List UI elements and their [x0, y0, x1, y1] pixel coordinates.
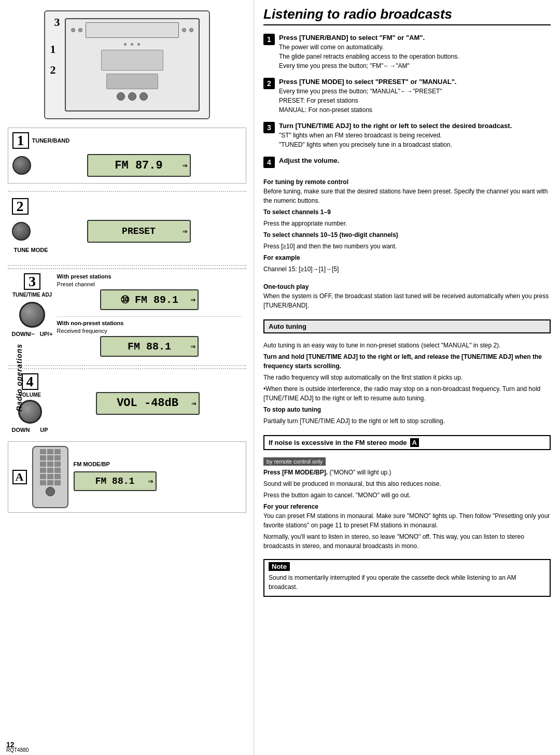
- channels-10-15-title: To select channels 10–15 (two-digit chan…: [263, 230, 551, 240]
- divider-2-3: [8, 265, 246, 266]
- step4-display: VOL -48dB ⇒: [96, 392, 200, 415]
- note-body: Sound is momentarily interrupted if you …: [269, 573, 545, 592]
- device-step-1: 1: [50, 43, 56, 56]
- tuning-remote-body: Before tuning, make sure that the desire…: [263, 187, 551, 205]
- instr-num-3: 3: [263, 122, 275, 133]
- instr-content-4: Adjust the volume.: [279, 157, 551, 165]
- device-step-2: 2: [50, 63, 56, 77]
- noise-section: by remote control only Press [FM MODE/BP…: [263, 457, 551, 553]
- example-title: For example: [263, 253, 551, 262]
- auto-tuning-bullet1: •When there is outside interference, the…: [263, 384, 551, 403]
- one-touch-title: One-touch play: [263, 283, 551, 290]
- instr-title-1: Press [TUNER/BAND] to select "FM" or "AM…: [279, 34, 551, 41]
- channels-1-9-body: Press the appropriate number.: [263, 219, 551, 228]
- tuning-remote-title: For tuning by remote control: [263, 178, 551, 186]
- instruction-3: 3 Turn [TUNE/TIME ADJ] to the right or l…: [263, 122, 551, 149]
- step4-section: 4 VOLUME DOWN UP VOL -48dB ⇒: [8, 368, 246, 437]
- step2-label: TUNE MODE: [14, 247, 48, 253]
- auto-tuning-line1: The radio frequency will stop automatica…: [263, 373, 551, 382]
- instr-num-1: 1: [263, 34, 275, 45]
- instr-content-1: Press [TUNER/BAND] to select "FM" or "AM…: [279, 34, 551, 71]
- instr-title-3: Turn [TUNE/TIME ADJ] to the right or lef…: [279, 122, 551, 130]
- note-title: Note: [269, 562, 290, 571]
- page-title: Listening to radio broadcasts: [263, 6, 551, 25]
- noise-press-body2: Press the button again to cancel. "MONO"…: [263, 491, 551, 500]
- model-number: RQT4880: [6, 747, 29, 753]
- instruction-1: 1 Press [TUNER/BAND] to select "FM" or "…: [263, 34, 551, 71]
- instr-title-2: Press [TUNE MODE] to select "PRESET" or …: [279, 78, 551, 86]
- left-panel: Radio operations 3 4 1 2: [0, 0, 254, 755]
- instr-body-2-line1: Every time you press the button; "MANUAL…: [279, 87, 551, 96]
- step3-preset-display: ⑩ FM 89.1 ⇒: [100, 289, 199, 310]
- one-touch-section: One-touch play When the system is OFF, t…: [263, 280, 551, 312]
- auto-tuning-stop-body: Partially turn [TUNE/TIME ADJ] to the ri…: [263, 416, 551, 426]
- instr-body-1-line3: Every time you press the button; "FM"←→"…: [279, 61, 551, 71]
- auto-tuning-box: Auto tuning: [263, 319, 551, 333]
- one-touch-body: When the system is OFF, the broadcast st…: [263, 291, 551, 310]
- instr-num-4: 4: [263, 157, 275, 168]
- step2-display: PRESET ⇒: [87, 220, 191, 243]
- vol-down-label: DOWN: [12, 427, 30, 433]
- reference-body: You can preset FM stations in monaural. …: [263, 511, 551, 530]
- vol-up-label: UP: [40, 427, 48, 433]
- reference-title: For your reference: [263, 503, 551, 510]
- received-freq-label: Received frequency: [57, 328, 242, 334]
- divider-3-4: [8, 365, 246, 366]
- instr-body-3-line1: "ST" lights when an FM stereo broadcast …: [279, 131, 551, 140]
- preset-channel-label: Preset channel: [57, 281, 242, 287]
- radio-operations-label: Radio operations: [15, 344, 23, 411]
- instr-body-1-line1: The power will come on automatically.: [279, 43, 551, 52]
- noise-letter-a: A: [410, 438, 419, 447]
- step3-nonpreset-display: FM 88.1 ⇒: [100, 336, 199, 357]
- step3-section: 3 TUNE/TIME ADJ DOWN/− UP/+ With preset …: [8, 268, 246, 363]
- auto-tuning-section: Auto tuning is an easy way to tune in no…: [263, 341, 551, 428]
- instr-body-2-line3: MANUAL: For non-preset stations: [279, 105, 551, 115]
- by-remote-badge: by remote control only: [263, 457, 326, 466]
- example-body: Channel 15: [≥10]→[1]→[5]: [263, 264, 551, 274]
- step2-section: 2 PRESET ⇒ TUNE MODE: [8, 194, 246, 258]
- remote-section: A FM MODE/BP FM 88.1 ⇒: [8, 441, 246, 513]
- device-illustration: 3 4 1 2: [44, 10, 210, 119]
- step1-section: 1 TUNER/BAND FM 87.9 ⇒: [8, 128, 246, 184]
- channels-10-15-body: Press [≥10] and then the two numbers you…: [263, 242, 551, 251]
- step3-up-label: UP/+: [40, 331, 53, 337]
- step3-number: 3: [24, 273, 40, 290]
- right-panel: Listening to radio broadcasts 1 Press [T…: [254, 0, 560, 755]
- remote-control-illustration: [32, 446, 68, 508]
- instr-content-3: Turn [TUNE/TIME ADJ] to the right or lef…: [279, 122, 551, 149]
- step3-down-label: DOWN/−: [12, 331, 35, 337]
- auto-tuning-bold: Turn and hold [TUNE/TIME ADJ] to the rig…: [263, 352, 551, 371]
- channels-1-9-title: To select channels 1–9: [263, 207, 551, 217]
- step3-label: TUNE/TIME ADJ: [12, 292, 52, 298]
- device-step-3: 3: [54, 16, 60, 29]
- instr-body-2-line2: PRESET: For preset stations: [279, 96, 551, 105]
- instr-body-1-line2: The glide panel retracts enabling access…: [279, 52, 551, 61]
- tuning-remote-section: For tuning by remote control Before tuni…: [263, 175, 551, 276]
- nonpreset-label: With non-preset stations: [57, 320, 242, 326]
- note-box: Note Sound is momentarily interrupted if…: [263, 559, 551, 597]
- remote-label: A: [12, 470, 27, 484]
- noise-press-body: Sound will be produced in monaural, but …: [263, 479, 551, 488]
- device-body: [65, 18, 200, 111]
- tune-mode-knob: [12, 222, 31, 241]
- step1-display: FM 87.9 ⇒: [87, 154, 191, 177]
- instr-body-3-line2: "TUNED" lights when you precisely tune i…: [279, 140, 551, 149]
- noise-box: If noise is excessive in the FM stereo m…: [263, 435, 551, 450]
- step4-number: 4: [22, 373, 38, 390]
- noise-press-title: Press [FM MODE/BP]. ("MONO" will light u…: [263, 468, 551, 477]
- instr-content-2: Press [TUNE MODE] to select "PRESET" or …: [279, 78, 551, 115]
- instruction-2: 2 Press [TUNE MODE] to select "PRESET" o…: [263, 78, 551, 115]
- auto-tuning-stop-title: To stop auto tuning: [263, 405, 551, 414]
- noise-title: If noise is excessive in the FM stereo m…: [269, 439, 407, 446]
- preset-stations-label: With preset stations: [57, 273, 242, 279]
- auto-tuning-intro: Auto tuning is an easy way to tune in no…: [263, 341, 551, 350]
- step2-number: 2: [12, 198, 29, 215]
- step1-number: 1: [12, 132, 29, 149]
- instr-num-2: 2: [263, 78, 275, 89]
- instruction-4: 4 Adjust the volume.: [263, 157, 551, 168]
- step1-label: TUNER/BAND: [32, 137, 70, 144]
- fm-mode-bp-label: FM MODE/BP: [74, 461, 157, 467]
- reference-body2: Normally, you'll want to listen in stere…: [263, 532, 551, 551]
- remote-display: FM 88.1 ⇒: [74, 471, 157, 491]
- tune-time-knob: [19, 302, 45, 328]
